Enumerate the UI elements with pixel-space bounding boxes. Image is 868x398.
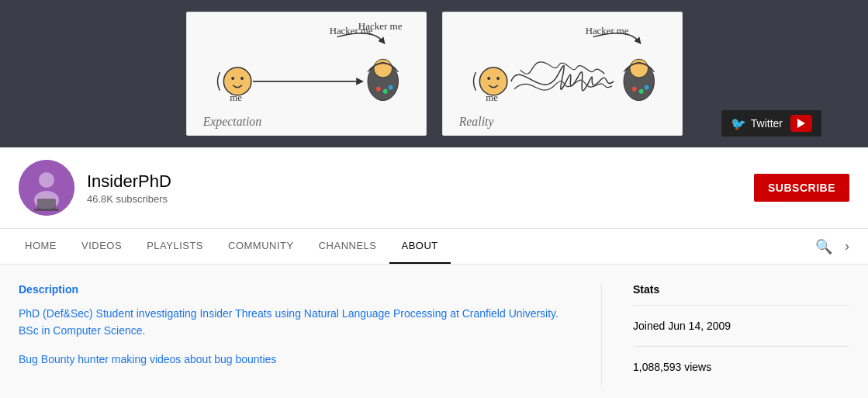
tab-playlists[interactable]: PLAYLISTS	[134, 229, 216, 264]
nav-tabs: HOME VIDEOS PLAYLISTS COMMUNITY CHANNELS…	[0, 229, 868, 265]
stats-divider-1	[633, 305, 849, 306]
tab-channels[interactable]: CHANNELS	[306, 229, 389, 264]
stat-joined: Joined Jun 14, 2009	[633, 312, 849, 340]
svg-text:Hacker me: Hacker me	[585, 26, 628, 36]
reality-drawing: Hacker me me	[443, 12, 682, 135]
banner-images: Hacker me Hacker me me	[186, 12, 683, 136]
svg-rect-28	[34, 209, 59, 211]
svg-point-15	[479, 67, 507, 95]
youtube-icon	[790, 115, 812, 132]
stat-views: 1,088,593 views	[633, 353, 849, 381]
svg-point-10	[382, 89, 387, 94]
description-title: Description	[19, 283, 570, 296]
description-text-1: PhD (Def&Sec) Student investigating Insi…	[19, 305, 570, 340]
banner-card-expectation: Hacker me Hacker me me	[186, 12, 427, 136]
expectation-drawing: Hacker me me	[187, 12, 426, 135]
svg-point-16	[487, 77, 490, 80]
chevron-right-icon[interactable]: ›	[839, 232, 856, 261]
svg-point-20	[631, 87, 636, 92]
subscribe-button[interactable]: SUBSCRIBE	[754, 174, 849, 202]
svg-point-2	[223, 67, 251, 95]
channel-banner: Hacker me Hacker me me	[0, 0, 868, 147]
avatar-image	[19, 160, 74, 216]
stats-title: Stats	[633, 283, 849, 296]
channel-name: InsiderPhD	[87, 171, 754, 192]
twitter-label: Twitter	[751, 117, 783, 130]
tab-about[interactable]: ABOUT	[389, 229, 451, 264]
svg-point-21	[638, 89, 643, 94]
banner-card-reality: Hacker me me	[442, 12, 683, 136]
about-section: Description PhD (Def&Sec) Student invest…	[0, 265, 868, 398]
channel-text: InsiderPhD 46.8K subscribers	[87, 171, 754, 205]
tab-videos[interactable]: VIDEOS	[69, 229, 134, 264]
svg-text:Hacker me: Hacker me	[329, 26, 372, 36]
twitter-icon: 🐦	[731, 116, 746, 131]
channel-info: InsiderPhD 46.8K subscribers SUBSCRIBE	[0, 147, 868, 229]
svg-text:Reality: Reality	[458, 115, 494, 129]
tab-community[interactable]: COMMUNITY	[216, 229, 306, 264]
stats-divider-2	[633, 346, 849, 347]
twitter-button[interactable]: 🐦 Twitter	[721, 110, 821, 137]
svg-rect-27	[37, 199, 56, 209]
svg-point-9	[375, 87, 380, 92]
svg-point-17	[496, 77, 500, 80]
search-icon[interactable]: 🔍	[809, 232, 839, 261]
svg-point-22	[644, 85, 648, 90]
svg-point-25	[39, 172, 54, 188]
svg-text:Expectation: Expectation	[202, 115, 261, 129]
svg-point-3	[231, 77, 234, 80]
about-stats: Stats Joined Jun 14, 2009 1,088,593 view…	[601, 283, 849, 386]
svg-marker-6	[356, 78, 364, 85]
tab-home[interactable]: HOME	[12, 229, 69, 264]
description-text-2: Bug Bounty hunter making videos about bu…	[19, 351, 570, 368]
svg-point-4	[240, 77, 244, 80]
svg-point-11	[388, 85, 393, 90]
subscriber-count: 46.8K subscribers	[87, 193, 754, 205]
avatar	[19, 160, 74, 216]
about-description: Description PhD (Def&Sec) Student invest…	[19, 283, 601, 386]
